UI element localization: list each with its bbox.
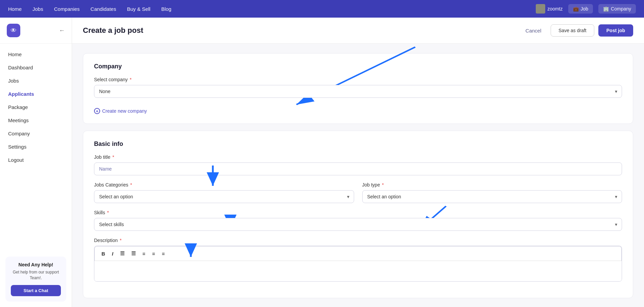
categories-label: Jobs Categories *: [94, 182, 354, 188]
sidebar-header: 👁 ←: [0, 18, 72, 44]
company-section: Company Select company * None + Create n…: [83, 53, 633, 124]
company-select[interactable]: None: [94, 85, 622, 98]
content-area: Company Select company * None + Create n…: [72, 44, 644, 307]
nav-candidates[interactable]: Candidates: [91, 6, 116, 12]
italic-button[interactable]: I: [110, 250, 115, 257]
job-title-group: Job title *: [94, 154, 622, 175]
sidebar-nav: Home Dashboard Jobs Applicants Package M…: [0, 44, 72, 251]
save-draft-button[interactable]: Save as draft: [551, 24, 594, 37]
nav-jobs[interactable]: Jobs: [32, 6, 43, 12]
ordered-list-button[interactable]: ☰: [129, 250, 138, 257]
categories-group: Jobs Categories * Select an option: [94, 182, 354, 203]
nav-blog[interactable]: Blog: [161, 6, 171, 12]
sidebar-item-applicants[interactable]: Applicants: [0, 87, 72, 101]
main-content: Create a job post Cancel Save as draft P…: [72, 18, 644, 307]
page-header: Create a job post Cancel Save as draft P…: [72, 18, 644, 44]
categories-select-wrapper: Select an option: [94, 190, 354, 203]
plus-circle-icon: +: [94, 108, 100, 114]
sidebar-item-dashboard[interactable]: Dashboard: [0, 61, 72, 74]
job-type-select[interactable]: Select an option: [362, 190, 622, 203]
skills-group: Skills * Select skills: [94, 210, 622, 231]
job-type-select-wrapper: Select an option: [362, 190, 622, 203]
sidebar-item-jobs[interactable]: Jobs: [0, 74, 72, 87]
company-section-title: Company: [94, 63, 622, 70]
description-label: Description *: [94, 238, 622, 243]
sidebar-item-package[interactable]: Package: [0, 101, 72, 114]
nav-companies[interactable]: Companies: [54, 6, 80, 12]
help-text: Get help from our support Team!.: [11, 269, 61, 281]
nav-user: zoomtz: [536, 4, 562, 14]
ul-icon: ☰: [120, 250, 124, 256]
back-button[interactable]: ←: [59, 27, 65, 34]
editor-toolbar: B I ☰ ☰ ≡ ≡: [94, 246, 622, 261]
job-title-input[interactable]: [94, 162, 622, 175]
job-title-label: Job title *: [94, 154, 622, 160]
create-company-link[interactable]: + Create new company: [94, 108, 147, 114]
select-company-group: Select company * None: [94, 77, 622, 98]
basic-info-title: Basic info: [94, 140, 622, 148]
start-chat-button[interactable]: Start a Chat: [11, 285, 61, 296]
sidebar-item-company[interactable]: Company: [0, 127, 72, 140]
job-icon: 💼: [573, 6, 579, 12]
align-left-button[interactable]: ≡: [140, 250, 147, 257]
description-editor[interactable]: [94, 261, 622, 281]
basic-info-section: Basic info Job title * Jobs Categories *: [83, 131, 633, 298]
help-title: Need Any Help!: [11, 262, 61, 267]
sidebar-item-home[interactable]: Home: [0, 48, 72, 61]
sidebar-item-meetings[interactable]: Meetings: [0, 114, 72, 127]
company-select-wrapper: None: [94, 85, 622, 98]
categories-select[interactable]: Select an option: [94, 190, 354, 203]
skills-select-wrapper: Select skills: [94, 218, 622, 231]
nav-buy-sell[interactable]: Buy & Sell: [127, 6, 150, 12]
company-icon: 🏢: [603, 6, 609, 12]
job-type-group: Job type * Select an option: [362, 182, 622, 203]
skills-label: Skills *: [94, 210, 622, 215]
description-group: Description * B I ☰ ☰: [94, 238, 622, 282]
nav-home[interactable]: Home: [8, 6, 22, 12]
description-editor-area: B I ☰ ☰ ≡ ≡: [94, 246, 622, 282]
page-title: Create a job post: [83, 26, 143, 35]
header-actions: Cancel Save as draft Post job: [520, 24, 633, 37]
username: zoomtz: [547, 6, 562, 12]
align-left-icon: ≡: [142, 251, 145, 257]
unordered-list-button[interactable]: ☰: [118, 250, 127, 257]
skills-select[interactable]: Select skills: [94, 218, 622, 231]
job-nav-button[interactable]: 💼 Job: [568, 4, 593, 14]
user-avatar: [536, 4, 545, 14]
logo-icon: 👁: [10, 27, 17, 34]
help-box: Need Any Help! Get help from our support…: [5, 257, 66, 302]
app-logo: 👁: [7, 24, 20, 37]
top-navigation: Home Jobs Companies Candidates Buy & Sel…: [0, 0, 644, 18]
job-type-label: Job type *: [362, 182, 622, 188]
ol-icon: ☰: [131, 250, 136, 256]
sidebar-item-settings[interactable]: Settings: [0, 140, 72, 153]
align-right-button[interactable]: ≡: [160, 250, 167, 257]
sidebar-item-logout[interactable]: Logout: [0, 153, 72, 167]
align-right-icon: ≡: [162, 251, 165, 257]
select-company-label: Select company *: [94, 77, 622, 82]
company-nav-button[interactable]: 🏢 Company: [598, 4, 636, 14]
sidebar: 👁 ← Home Dashboard Jobs Applicants Packa…: [0, 18, 72, 307]
categories-jobtype-row: Jobs Categories * Select an option Job t…: [94, 182, 622, 203]
bold-button[interactable]: B: [99, 250, 107, 257]
align-center-button[interactable]: ≡: [150, 250, 157, 257]
post-job-button[interactable]: Post job: [598, 24, 633, 37]
cancel-button[interactable]: Cancel: [520, 25, 547, 36]
align-center-icon: ≡: [152, 251, 155, 257]
